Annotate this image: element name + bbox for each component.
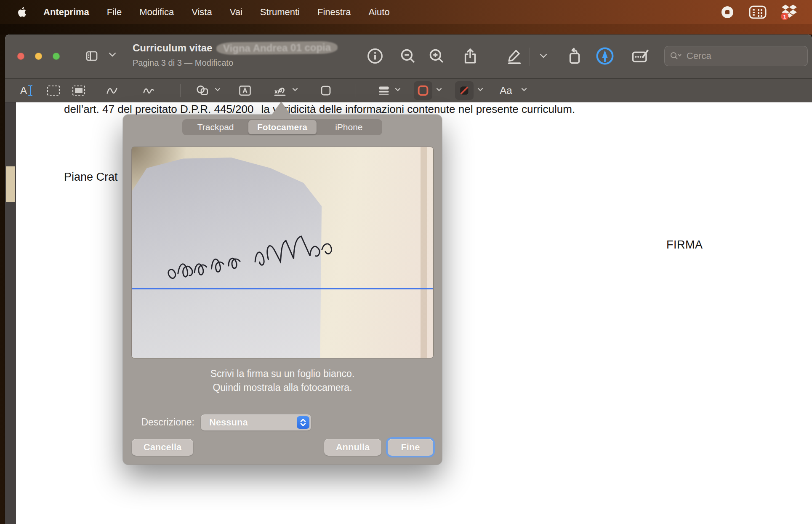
menu-item-strumenti[interactable]: Strumenti (260, 7, 300, 18)
redact-tool[interactable] (69, 80, 89, 101)
menu-item-aiuto[interactable]: Aiuto (369, 7, 390, 18)
desktop-wallpaper-strip (0, 24, 812, 35)
sketch-tool[interactable] (102, 80, 122, 101)
signature-chevron-down-icon[interactable] (292, 88, 298, 92)
document-text-part2: la veridicità delle informazioni contenu… (261, 103, 575, 116)
cancel-button[interactable]: Cancella (132, 439, 193, 456)
border-color-chevron-down-icon[interactable] (436, 88, 442, 92)
highlight-button[interactable] (503, 45, 525, 67)
markup-divider (356, 84, 356, 97)
keyboard-menu-icon[interactable] (748, 5, 767, 20)
menu-item-file[interactable]: File (107, 7, 122, 18)
shapes-chevron-down-icon[interactable] (215, 88, 221, 92)
search-icon (670, 51, 682, 61)
rotate-left-button[interactable] (564, 45, 586, 67)
done-button[interactable]: Fine (388, 439, 433, 456)
menu-item-anteprima[interactable]: Anteprima (43, 7, 89, 18)
menu-item-finestra[interactable]: Finestra (317, 7, 351, 18)
search-field[interactable] (664, 46, 808, 66)
menu-item-modifica[interactable]: Modifica (139, 7, 174, 18)
menu-bar: Anteprima File Modifica Vista Vai Strume… (0, 0, 812, 24)
tab-trackpad[interactable]: Trackpad (182, 119, 249, 135)
note-tool[interactable] (316, 80, 336, 101)
screen-recording-indicator-icon[interactable] (721, 5, 734, 20)
window-subtitle: Pagina 3 di 3 — Modificato (133, 58, 233, 68)
description-popup-button[interactable]: Nessuna (201, 414, 311, 430)
description-value: Nessuna (209, 417, 248, 428)
popup-stepper-icon (297, 416, 309, 429)
highlight-chevron-down-icon[interactable] (540, 53, 547, 59)
popover-arrow (272, 102, 291, 115)
instruction-line-2: Quindi mostrala alla fotocamera. (131, 382, 434, 393)
menu-item-vista[interactable]: Vista (192, 7, 212, 18)
instruction-line-1: Scrivi la firma su un foglio bianco. (131, 368, 434, 380)
screen: Anteprima File Modifica Vista Vai Strume… (0, 0, 812, 524)
text-style-tool[interactable]: Aa (496, 80, 516, 101)
text-style-chevron-down-icon[interactable] (521, 88, 527, 92)
markup-toolbar (5, 78, 812, 102)
zoom-in-button[interactable] (426, 45, 447, 67)
line-weight-chevron-down-icon[interactable] (395, 88, 401, 92)
document-title: Curriculum vitae (133, 42, 212, 54)
line-weight-tool[interactable] (374, 80, 394, 101)
apple-logo-icon (18, 6, 27, 18)
text-box-tool[interactable] (235, 80, 255, 101)
dropbox-badge: 1 (783, 14, 786, 20)
markup-divider (180, 84, 181, 97)
tab-iphone[interactable]: iPhone (316, 119, 382, 135)
share-button[interactable] (459, 45, 481, 67)
background-window-strip (5, 102, 16, 524)
text-selection-tool[interactable]: A (16, 80, 37, 101)
firma-label: FIRMA (666, 238, 703, 251)
search-input[interactable] (686, 50, 787, 62)
document-text-fragment: Piane Crat (64, 171, 118, 184)
document-title-redacted: Vigna Andrea 01 copia (216, 41, 338, 55)
zoom-out-button[interactable] (397, 45, 419, 67)
toolbar-divider (530, 48, 530, 66)
info-button[interactable] (364, 45, 386, 67)
desktop-wallpaper-left (0, 35, 5, 524)
form-fill-button[interactable] (629, 45, 651, 67)
zoom-window-button[interactable] (53, 53, 60, 60)
dismiss-button[interactable]: Annulla (324, 439, 381, 456)
tab-fotocamera[interactable]: Fotocamera (249, 119, 315, 135)
fill-color-chevron-down-icon[interactable] (477, 88, 483, 92)
document-text-line: dell’art. 47 del precitato D.P.R. 445/20… (64, 103, 575, 116)
apple-menu[interactable] (18, 6, 27, 18)
border-color-tool[interactable] (413, 80, 433, 101)
background-window-thumbnail (6, 166, 15, 202)
draw-tool[interactable] (138, 80, 159, 101)
shapes-tool[interactable] (193, 80, 213, 101)
signature-baseline-guide (132, 288, 433, 289)
fill-color-tool[interactable] (454, 80, 474, 101)
close-button[interactable] (17, 53, 24, 60)
sidebar-toggle-button[interactable] (81, 45, 103, 67)
dropbox-menu-icon[interactable]: 1 1 (780, 5, 799, 20)
camera-wall-shadow (421, 147, 427, 358)
signature-source-tabs: Trackpad Fotocamera iPhone (182, 119, 382, 135)
minimize-button[interactable] (35, 53, 42, 60)
signature-tool[interactable] (270, 80, 290, 101)
document-text-part1: dell’art. 47 del precitato D.P.R. 445/20… (64, 103, 253, 116)
markup-toolbar-toggle-button[interactable] (594, 45, 616, 67)
sidebar-chevron-down-icon[interactable] (109, 52, 116, 57)
menu-item-vai[interactable]: Vai (230, 7, 242, 18)
window-title: Curriculum vitae Vigna Andrea 01 copia (133, 42, 338, 54)
camera-preview (131, 147, 434, 358)
rectangular-selection-tool[interactable] (43, 80, 64, 101)
description-label: Descrizione: (123, 417, 194, 428)
